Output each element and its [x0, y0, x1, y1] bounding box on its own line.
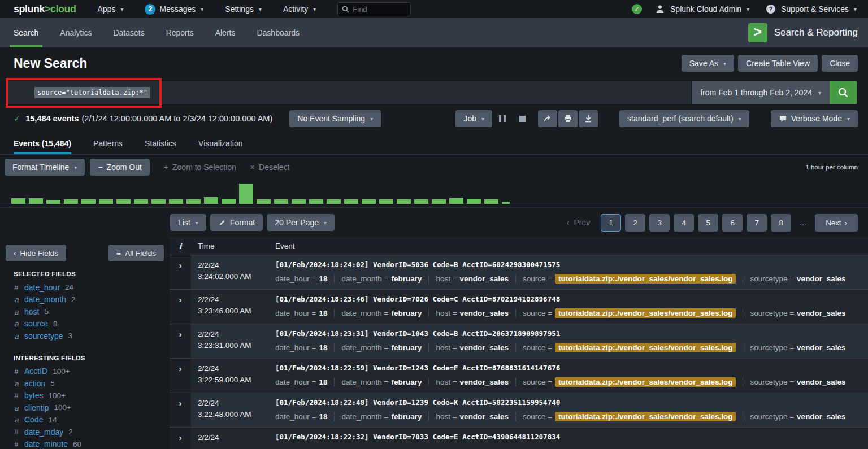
page-button-3[interactable]: 3: [649, 214, 670, 232]
timeline-bar-17[interactable]: [309, 199, 323, 204]
timeline-bar-7[interactable]: [134, 199, 148, 204]
page-button-2[interactable]: 2: [625, 214, 645, 232]
job-menu-button[interactable]: Job ▾: [455, 110, 492, 127]
event-field-value[interactable]: february: [391, 343, 422, 352]
timeline-bar-22[interactable]: [397, 199, 411, 204]
appnav-tab-analytics[interactable]: Analytics: [49, 18, 102, 47]
selected-field-sourcetype[interactable]: asourcetype3: [6, 330, 164, 342]
event-field-value[interactable]: 18: [319, 378, 327, 386]
export-job-button[interactable]: [579, 110, 598, 127]
event-field-value[interactable]: february: [391, 274, 422, 283]
pause-job-button[interactable]: [492, 115, 513, 122]
appnav-tab-alerts[interactable]: Alerts: [205, 18, 246, 47]
results-tab-patterns[interactable]: Patterns: [93, 133, 123, 154]
results-tab-statistics[interactable]: Statistics: [145, 133, 176, 154]
timeline-bar-2[interactable]: [46, 200, 60, 204]
print-job-button[interactable]: [558, 110, 578, 127]
menu-apps[interactable]: Apps▾: [98, 5, 124, 14]
event-field-value[interactable]: vendor_sales: [797, 309, 845, 317]
timeline-bar-0[interactable]: [11, 198, 25, 204]
selected-field-date-hour[interactable]: #date_hour24: [6, 281, 164, 294]
expand-event-button[interactable]: ›: [170, 290, 191, 324]
event-field-value[interactable]: 18: [319, 274, 327, 283]
timeline-bar-26[interactable]: [467, 199, 481, 204]
create-table-view-button[interactable]: Create Table View: [738, 55, 818, 72]
stop-job-button[interactable]: [513, 116, 532, 122]
all-fields-button[interactable]: ≡ All Fields: [108, 245, 164, 261]
format-button[interactable]: Format: [210, 214, 263, 231]
results-tab-visualization[interactable]: Visualization: [198, 133, 242, 154]
interesting-field-code[interactable]: aCode14: [6, 414, 164, 426]
event-field-value[interactable]: vendor_sales: [460, 274, 509, 283]
selected-field-source[interactable]: asource8: [6, 318, 164, 330]
selected-field-date-month[interactable]: adate_month2: [6, 294, 164, 306]
expand-event-button[interactable]: ›: [170, 359, 191, 393]
timeline-bar-16[interactable]: [292, 199, 306, 204]
timeline-bar-10[interactable]: [186, 199, 201, 204]
timeline-bar-20[interactable]: [362, 199, 376, 204]
event-field-value[interactable]: february: [391, 309, 422, 317]
appnav-tab-datasets[interactable]: Datasets: [102, 18, 155, 47]
timeline-bar-15[interactable]: [274, 199, 288, 204]
event-field-value[interactable]: vendor_sales: [460, 343, 509, 352]
timeline-bar-9[interactable]: [169, 199, 183, 204]
event-field-value[interactable]: 18: [319, 412, 327, 421]
page-button-4[interactable]: 4: [674, 214, 694, 232]
timeline-bar-5[interactable]: [99, 199, 113, 204]
workload-pool-button[interactable]: standard_perf (search default) ▾: [619, 110, 749, 127]
results-tab-events-15-484[interactable]: Events (15,484): [14, 133, 71, 154]
close-button[interactable]: Close: [822, 55, 858, 72]
timeline-bar-28[interactable]: [502, 202, 510, 204]
page-button-1[interactable]: 1: [601, 214, 621, 232]
page-button-7[interactable]: 7: [747, 214, 767, 232]
event-field-value-highlighted[interactable]: tutorialdata.zip:./vendor_sales/vendor_s…: [555, 377, 736, 387]
format-timeline-button[interactable]: Format Timeline ▾: [5, 159, 85, 176]
page-button-5[interactable]: 5: [698, 214, 718, 232]
event-field-value[interactable]: vendor_sales: [460, 412, 509, 421]
timeline-bar-8[interactable]: [151, 199, 166, 204]
time-range-picker[interactable]: from Feb 1 through Feb 2, 2024 ▾: [691, 81, 830, 104]
timeline-bar-23[interactable]: [414, 199, 428, 204]
event-sampling-button[interactable]: No Event Sampling ▾: [289, 110, 381, 127]
list-view-button[interactable]: List ▾: [170, 214, 206, 231]
expand-event-button[interactable]: ›: [170, 393, 191, 427]
selected-field-host[interactable]: ahost5: [6, 306, 164, 318]
find-search-box[interactable]: [337, 2, 411, 16]
timeline-bar-27[interactable]: [484, 199, 498, 204]
share-job-button[interactable]: [538, 110, 557, 127]
save-as-button[interactable]: Save As ▾: [682, 55, 734, 72]
interesting-field-bytes[interactable]: #bytes100+: [6, 390, 164, 402]
timeline-bar-21[interactable]: [379, 199, 393, 204]
support-menu[interactable]: Support & Services ▾: [781, 5, 857, 14]
next-page-button[interactable]: Next ›: [815, 214, 858, 232]
event-field-value[interactable]: 18: [319, 343, 327, 352]
timeline-bar-14[interactable]: [257, 199, 271, 204]
appnav-tab-search[interactable]: Search: [3, 18, 49, 47]
hide-fields-button[interactable]: ‹ Hide Fields: [6, 245, 66, 261]
timeline-bar-18[interactable]: [327, 199, 341, 204]
event-field-value[interactable]: vendor_sales: [797, 274, 845, 283]
prev-page-button[interactable]: ‹ Prev: [567, 218, 590, 227]
expand-event-button[interactable]: ›: [170, 255, 191, 289]
event-field-value[interactable]: february: [391, 378, 422, 386]
event-field-value[interactable]: vendor_sales: [797, 412, 845, 421]
run-search-button[interactable]: [830, 81, 857, 104]
timeline-bar-4[interactable]: [81, 199, 96, 204]
event-field-value-highlighted[interactable]: tutorialdata.zip:./vendor_sales/vendor_s…: [555, 343, 736, 352]
find-input[interactable]: [353, 5, 406, 14]
timeline-bar-3[interactable]: [64, 199, 78, 204]
health-status-icon[interactable]: ✓: [632, 4, 642, 14]
event-field-value[interactable]: february: [391, 412, 422, 421]
timeline-bar-13[interactable]: [239, 184, 253, 204]
event-field-value-highlighted[interactable]: tutorialdata.zip:./vendor_sales/vendor_s…: [555, 412, 736, 421]
timeline-bar-12[interactable]: [222, 199, 236, 204]
interesting-field-acctid[interactable]: #AcctID100+: [6, 365, 164, 378]
event-field-value[interactable]: vendor_sales: [797, 378, 845, 386]
timeline-bar-1[interactable]: [29, 198, 43, 204]
event-field-value-highlighted[interactable]: tutorialdata.zip:./vendor_sales/vendor_s…: [555, 274, 736, 284]
page-button-6[interactable]: 6: [722, 214, 743, 232]
interesting-field-action[interactable]: aaction5: [6, 377, 164, 390]
zoom-to-selection-button[interactable]: + Zoom to Selection: [164, 163, 236, 172]
event-field-value[interactable]: vendor_sales: [797, 343, 845, 352]
zoom-out-button[interactable]: − Zoom Out: [90, 159, 149, 176]
